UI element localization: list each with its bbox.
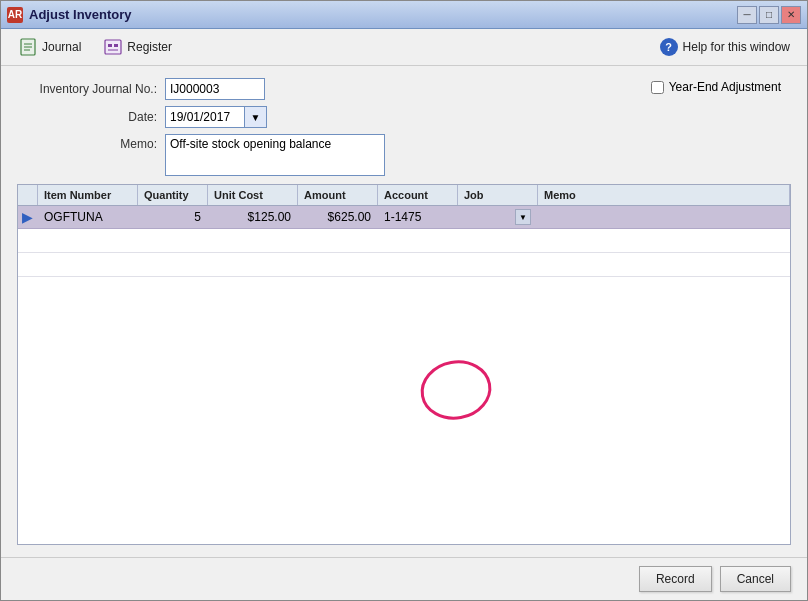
journal-icon (18, 37, 38, 57)
col-header-arrow (18, 185, 38, 205)
col-header-item: Item Number (38, 185, 138, 205)
memo-input[interactable]: Off-site stock opening balance (165, 134, 385, 176)
journal-no-row: Inventory Journal No.: Year-End Adjustme… (17, 78, 791, 100)
date-row: Date: ▼ (17, 106, 791, 128)
title-buttons: ─ □ ✕ (737, 6, 801, 24)
inventory-table: Item Number Quantity Unit Cost Amount Ac… (17, 184, 791, 545)
cancel-button[interactable]: Cancel (720, 566, 791, 592)
window-title: Adjust Inventory (29, 7, 132, 22)
record-button[interactable]: Record (639, 566, 712, 592)
col-header-account: Account (378, 185, 458, 205)
footer: Record Cancel (1, 557, 807, 600)
adjust-inventory-window: AR Adjust Inventory ─ □ ✕ Journal (0, 0, 808, 601)
year-end-wrapper: Year-End Adjustment (651, 78, 781, 94)
date-input-wrapper: ▼ (165, 106, 267, 128)
memo-label: Memo: (17, 134, 157, 151)
close-button[interactable]: ✕ (781, 6, 801, 24)
help-label: Help for this window (683, 40, 790, 54)
cell-job: ▼ (458, 206, 538, 228)
memo-row: Memo: Off-site stock opening balance (17, 134, 791, 176)
minimize-button[interactable]: ─ (737, 6, 757, 24)
table-row-empty-1 (18, 229, 790, 253)
year-end-checkbox[interactable] (651, 81, 664, 94)
col-header-amount: Amount (298, 185, 378, 205)
cell-memo (538, 206, 790, 228)
job-dropdown-button[interactable]: ▼ (515, 209, 531, 225)
help-icon: ? (660, 38, 678, 56)
journal-button[interactable]: Journal (9, 33, 90, 61)
col-header-job: Job (458, 185, 538, 205)
cell-amount: $625.00 (298, 206, 378, 228)
cell-unit-cost: $125.00 (208, 206, 298, 228)
col-header-qty: Quantity (138, 185, 208, 205)
toolbar-left: Journal Register (9, 33, 181, 61)
svg-rect-5 (108, 44, 112, 47)
content-area: Inventory Journal No.: Year-End Adjustme… (1, 66, 807, 557)
cell-item-number: OGFTUNA (38, 206, 138, 228)
register-label: Register (127, 40, 172, 54)
date-input[interactable] (165, 106, 245, 128)
svg-point-8 (418, 357, 494, 424)
row-arrow-icon: ▶ (18, 206, 38, 228)
date-label: Date: (17, 110, 157, 124)
table-row-empty-2 (18, 253, 790, 277)
journal-no-input[interactable] (165, 78, 265, 100)
year-end-label: Year-End Adjustment (669, 80, 781, 94)
cell-account: 1-1475 (378, 206, 458, 228)
date-picker-button[interactable]: ▼ (245, 106, 267, 128)
maximize-button[interactable]: □ (759, 6, 779, 24)
cell-quantity: 5 (138, 206, 208, 228)
app-icon: AR (7, 7, 23, 23)
table-header: Item Number Quantity Unit Cost Amount Ac… (18, 185, 790, 206)
register-button[interactable]: Register (94, 33, 181, 61)
title-bar-left: AR Adjust Inventory (7, 7, 132, 23)
register-icon (103, 37, 123, 57)
col-header-unit: Unit Cost (208, 185, 298, 205)
journal-no-label: Inventory Journal No.: (17, 82, 157, 96)
title-bar: AR Adjust Inventory ─ □ ✕ (1, 1, 807, 29)
svg-rect-4 (105, 40, 121, 54)
help-button[interactable]: ? Help for this window (651, 34, 799, 60)
toolbar: Journal Register ? Help for this window (1, 29, 807, 66)
form-section: Inventory Journal No.: Year-End Adjustme… (17, 78, 791, 176)
journal-label: Journal (42, 40, 81, 54)
table-row[interactable]: ▶ OGFTUNA 5 $125.00 $625.00 1-1475 ▼ (18, 206, 790, 229)
account-circle-annotation (418, 355, 498, 425)
svg-rect-6 (114, 44, 118, 47)
col-header-memo: Memo (538, 185, 790, 205)
